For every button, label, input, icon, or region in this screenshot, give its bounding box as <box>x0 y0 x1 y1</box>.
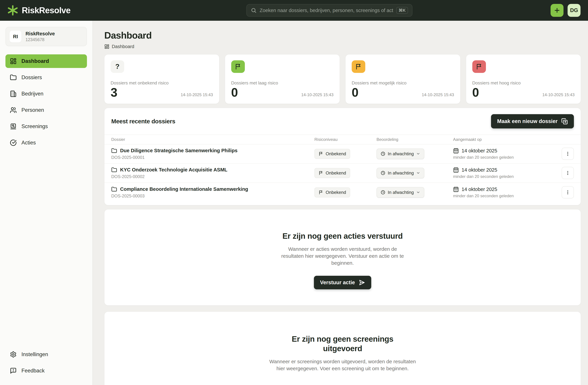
sidebar-item-feedback[interactable]: Feedback <box>5 364 87 378</box>
folder-icon <box>111 167 117 173</box>
breadcrumb[interactable]: Dashboard <box>104 44 581 49</box>
sidebar-item-label: Screenings <box>21 123 48 130</box>
sidebar-item-label: Feedback <box>21 368 44 374</box>
clock-icon <box>381 190 385 195</box>
stat-cards-row: ? Dossiers met onbekend risico 3 14-10-2… <box>104 54 581 104</box>
copy-plus-icon <box>561 118 568 125</box>
sidebar-item-label: Acties <box>21 140 36 146</box>
dashboard-grid-icon <box>10 58 17 65</box>
risk-badge: Onbekend <box>315 187 350 197</box>
kebab-menu-icon <box>565 190 570 195</box>
risk-badge: Onbekend <box>315 149 350 159</box>
building-icon <box>10 90 17 97</box>
stat-timestamp: 14-10-2025 15:43 <box>301 93 334 98</box>
row-menu-button[interactable] <box>562 148 574 160</box>
sidebar-item-screenings[interactable]: Screenings <box>5 120 87 133</box>
org-switcher[interactable]: RI RiskResolve 12345678 <box>5 27 87 46</box>
chevron-down-icon <box>416 152 420 156</box>
calendar-icon <box>453 167 459 173</box>
search-icon <box>251 7 256 13</box>
flag-icon <box>318 190 323 195</box>
stat-card-possible-risk: Dossiers met mogelijk risico 0 14-10-202… <box>345 54 461 104</box>
sidebar-item-label: Bedrijven <box>21 91 43 97</box>
stat-value: 0 <box>472 86 479 98</box>
send-action-button[interactable]: Verstuur actie <box>314 276 371 289</box>
create-new-button[interactable] <box>550 4 564 17</box>
created-date: 14 oktober 2025 <box>462 148 497 154</box>
table-row[interactable]: Compliance Beoordeling Internationale Sa… <box>105 183 581 202</box>
row-menu-button[interactable] <box>562 186 574 198</box>
column-header-aangemaakt-op: Aangemaakt op <box>453 137 548 142</box>
empty-actions-description: Wanneer er acties worden verstuurd, word… <box>277 246 408 267</box>
dossier-name-link[interactable]: KYC Onderzoek Technologie Acquisitie ASM… <box>120 167 228 173</box>
search-placeholder: Zoeken naar dossiers, bedrijven, persone… <box>260 8 393 13</box>
send-icon <box>359 279 365 286</box>
empty-actions-title: Er zijn nog geen acties verstuurd <box>282 231 403 241</box>
dossier-id: DOS-2025-00002 <box>111 174 315 179</box>
sidebar-item-label: Instellingen <box>21 351 48 357</box>
clock-icon <box>381 151 385 156</box>
empty-screenings-title: Er zijn nog geen screenings uitgevoerd <box>290 334 395 353</box>
dossier-name-link[interactable]: Compliance Beoordeling Internationale Sa… <box>120 186 248 192</box>
column-header-dossier: Dossier <box>111 137 315 142</box>
brand[interactable]: RiskResolve <box>7 5 70 16</box>
dossier-name-link[interactable]: Due Diligence Strategische Samenwerking … <box>120 148 237 154</box>
folder-icon <box>111 186 117 192</box>
recent-dossiers-panel: Meest recente dossiers Maak een nieuw do… <box>104 108 581 205</box>
created-date: 14 oktober 2025 <box>462 187 497 192</box>
row-menu-button[interactable] <box>562 167 574 179</box>
sidebar-item-label: Dashboard <box>21 58 49 64</box>
stat-label: Dossiers met onbekend risico <box>111 80 213 86</box>
stat-timestamp: 14-10-2025 15:43 <box>542 93 575 98</box>
search-input[interactable]: Zoeken naar dossiers, bedrijven, persone… <box>246 4 412 17</box>
folder-icon <box>10 74 17 81</box>
empty-actions-panel: Er zijn nog geen acties verstuurd Wannee… <box>104 209 581 306</box>
asterisk-logo-icon <box>7 5 18 16</box>
check-circle-icon <box>10 139 17 146</box>
calendar-icon <box>453 148 459 154</box>
gear-icon <box>10 351 17 358</box>
flag-icon <box>352 60 365 73</box>
stat-timestamp: 14-10-2025 15:43 <box>181 93 213 98</box>
sidebar-item-dashboard[interactable]: Dashboard <box>5 54 87 68</box>
dossier-id: DOS-2025-00001 <box>111 155 315 160</box>
user-avatar[interactable]: DG <box>567 4 581 17</box>
review-status-dropdown[interactable]: In afwachting <box>377 168 424 178</box>
sidebar-item-label: Personen <box>21 107 44 113</box>
org-number: 12345678 <box>25 37 55 42</box>
empty-screenings-panel: Er zijn nog geen screenings uitgevoerd W… <box>104 312 581 385</box>
stat-label: Dossiers met hoog risico <box>472 80 575 86</box>
stat-value: 0 <box>352 86 358 98</box>
sidebar-footer-nav: Instellingen Feedback <box>5 348 87 378</box>
sidebar-item-bedrijven[interactable]: Bedrijven <box>5 87 87 101</box>
sidebar-item-personen[interactable]: Personen <box>5 103 87 117</box>
dossier-id: DOS-2025-00003 <box>111 193 315 198</box>
table-row[interactable]: KYC Onderzoek Technologie Acquisitie ASM… <box>105 164 581 183</box>
calendar-icon <box>453 186 459 192</box>
sidebar-item-instellingen[interactable]: Instellingen <box>5 348 87 361</box>
table-row[interactable]: Due Diligence Strategische Samenwerking … <box>105 144 581 164</box>
search-shortcut-badge: ⌘K <box>396 7 408 14</box>
main-content: Dashboard Dashboard ? Dossiers met onbek… <box>93 0 588 385</box>
breadcrumb-label: Dashboard <box>112 44 134 49</box>
plus-icon <box>554 7 560 14</box>
stat-card-unknown-risk: ? Dossiers met onbekend risico 3 14-10-2… <box>104 54 219 104</box>
created-ago: minder dan 20 seconden geleden <box>453 174 548 179</box>
review-status-dropdown[interactable]: In afwachting <box>377 149 424 159</box>
kebab-menu-icon <box>565 151 570 156</box>
review-status-dropdown[interactable]: In afwachting <box>377 187 424 198</box>
stat-timestamp: 14-10-2025 15:43 <box>422 93 454 98</box>
sidebar-nav: Dashboard Dossiers Bedrijven Personen Sc… <box>5 54 87 150</box>
feedback-bubble-icon <box>10 367 17 374</box>
sidebar-item-acties[interactable]: Acties <box>5 136 87 150</box>
table-body: Due Diligence Strategische Samenwerking … <box>105 144 581 202</box>
empty-screenings-description: Wanneer er screenings worden uitgevoerd,… <box>268 358 418 372</box>
users-icon <box>10 107 17 114</box>
created-ago: minder dan 20 seconden geleden <box>453 155 548 160</box>
sidebar-item-dossiers[interactable]: Dossiers <box>5 71 87 84</box>
table-header-row: Dossier Risiconiveau Beoordeling Aangema… <box>105 135 581 144</box>
sidebar: RI RiskResolve 12345678 Dashboard Dossie… <box>0 21 93 385</box>
create-dossier-button[interactable]: Maak een nieuw dossier <box>491 114 574 128</box>
clock-icon <box>381 171 385 175</box>
chevron-down-icon <box>416 171 420 175</box>
